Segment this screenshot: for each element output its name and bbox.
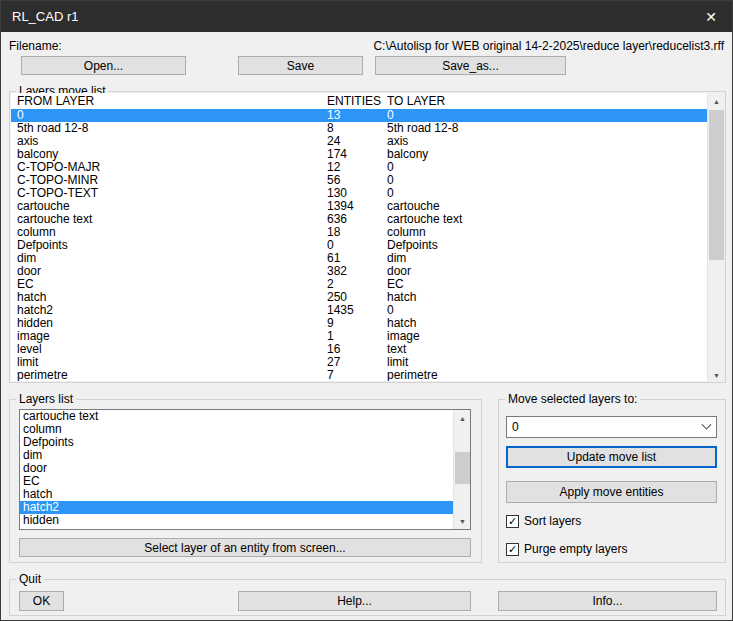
list-item[interactable]: hatch — [20, 488, 453, 501]
save-as-button[interactable]: Save_as... — [375, 56, 566, 75]
table-row[interactable]: cartouche text636cartouche text — [11, 213, 707, 226]
scrollbar-thumb[interactable] — [455, 452, 470, 484]
list-item[interactable]: Defpoints — [20, 436, 453, 449]
layers-list-scrollbar[interactable]: ▲ ▼ — [453, 410, 470, 529]
table-row[interactable]: hatch250hatch — [11, 291, 707, 304]
layers-listbox-frame[interactable]: cartouche textcolumnDefpointsdimdoorECha… — [19, 409, 471, 530]
help-button[interactable]: Help... — [238, 591, 471, 611]
table-row[interactable]: cartouche1394cartouche — [11, 200, 707, 213]
scrollbar-thumb[interactable] — [709, 110, 724, 260]
list-item[interactable]: EC — [20, 475, 453, 488]
move-list-header: FROM LAYER ENTITIES TO LAYER — [11, 93, 724, 109]
table-row[interactable]: 0130 — [11, 109, 707, 122]
close-icon[interactable]: ✕ — [688, 1, 733, 32]
sort-layers-label: Sort layers — [524, 514, 581, 528]
move-list-rows: 01305th road 12-885th road 12-8axis24axi… — [11, 109, 724, 381]
update-move-list-button[interactable]: Update move list — [506, 446, 717, 468]
scroll-down-icon[interactable]: ▼ — [454, 513, 471, 529]
quit-group-label: Quit — [16, 572, 44, 586]
purge-empty-layers-label: Purge empty layers — [524, 542, 627, 556]
info-button[interactable]: Info... — [498, 591, 717, 611]
move-list-scrollbar[interactable]: ▲ ▼ — [707, 93, 724, 381]
list-item[interactable]: cartouche text — [20, 410, 453, 423]
table-row[interactable]: 5th road 12-885th road 12-8 — [11, 122, 707, 135]
rl-cad-dialog: RL_CAD r1 ✕ Filename: C:\Autolisp for WE… — [0, 0, 733, 621]
scroll-up-icon[interactable]: ▲ — [454, 410, 471, 426]
apply-move-entities-button[interactable]: Apply move entities — [506, 481, 717, 503]
layers-listbox: cartouche textcolumnDefpointsdimdoorECha… — [20, 410, 470, 527]
table-row[interactable]: column18column — [11, 226, 707, 239]
list-item[interactable]: door — [20, 462, 453, 475]
chevron-down-icon — [696, 424, 716, 431]
list-item[interactable]: dim — [20, 449, 453, 462]
target-layer-dropdown[interactable]: 0 — [506, 416, 717, 438]
move-list-group: Layers move list FROM LAYER ENTITIES TO … — [9, 91, 726, 383]
move-list[interactable]: FROM LAYER ENTITIES TO LAYER 01305th roa… — [11, 93, 724, 381]
list-item[interactable]: hatch2 — [20, 501, 453, 514]
column-header-entities: ENTITIES — [327, 93, 387, 109]
table-row[interactable]: C-TOPO-MINR560 — [11, 174, 707, 187]
save-button[interactable]: Save — [238, 56, 363, 75]
table-row[interactable]: C-TOPO-TEXT1300 — [11, 187, 707, 200]
table-row[interactable]: image1image — [11, 330, 707, 343]
filename-label: Filename: — [9, 39, 62, 53]
layers-list-group-label: Layers list — [16, 392, 76, 406]
table-row[interactable]: level16text — [11, 343, 707, 356]
table-row[interactable]: C-TOPO-MAJR120 — [11, 161, 707, 174]
checkmark-icon: ✓ — [506, 515, 519, 528]
table-row[interactable]: dim61dim — [11, 252, 707, 265]
table-row[interactable]: perimetre7perimetre — [11, 369, 707, 381]
column-header-to: TO LAYER — [387, 93, 707, 109]
table-row[interactable]: hatch214350 — [11, 304, 707, 317]
title-bar[interactable]: RL_CAD r1 ✕ — [1, 1, 733, 32]
table-row[interactable]: balcony174balcony — [11, 148, 707, 161]
window-title: RL_CAD r1 — [12, 9, 78, 24]
list-item[interactable]: column — [20, 423, 453, 436]
scroll-up-icon[interactable]: ▲ — [708, 93, 724, 109]
table-row[interactable]: door382door — [11, 265, 707, 278]
move-to-group-label: Move selected layers to: — [505, 392, 640, 406]
table-row[interactable]: axis24axis — [11, 135, 707, 148]
sort-layers-checkbox[interactable]: ✓ Sort layers — [506, 514, 581, 528]
open-button[interactable]: Open... — [21, 56, 186, 75]
checkmark-icon: ✓ — [506, 543, 519, 556]
column-header-from: FROM LAYER — [17, 93, 327, 109]
table-row[interactable]: Defpoints0Defpoints — [11, 239, 707, 252]
table-row[interactable]: EC2EC — [11, 278, 707, 291]
table-row[interactable]: limit27limit — [11, 356, 707, 369]
table-row[interactable]: hidden9hatch — [11, 317, 707, 330]
dropdown-selected-value: 0 — [507, 420, 696, 434]
list-item[interactable]: hidden — [20, 514, 453, 527]
purge-empty-layers-checkbox[interactable]: ✓ Purge empty layers — [506, 542, 627, 556]
filename-path: C:\Autolisp for WEB original 14-2-2025\r… — [373, 39, 724, 53]
select-layer-from-screen-button[interactable]: Select layer of an entity from screen... — [19, 538, 471, 557]
scroll-down-icon[interactable]: ▼ — [708, 367, 724, 381]
ok-button[interactable]: OK — [19, 591, 64, 611]
